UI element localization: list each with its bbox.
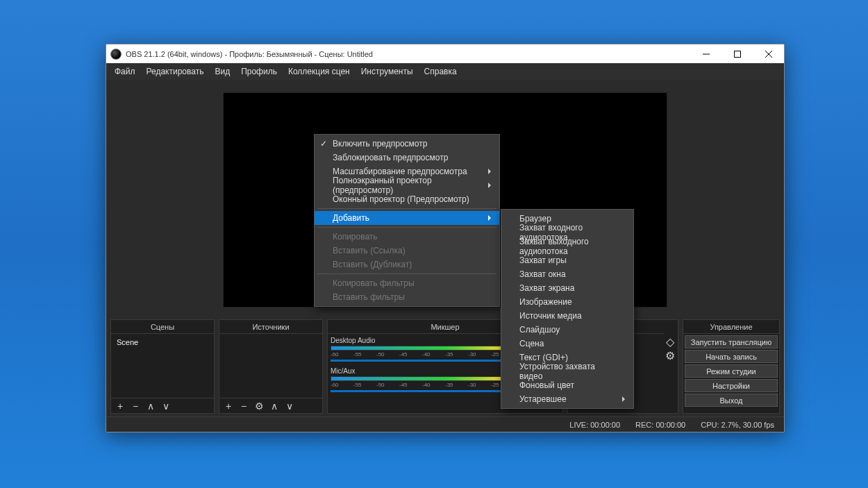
ctx-separator xyxy=(317,274,496,274)
sub-scene[interactable]: Сцена xyxy=(501,337,633,351)
menu-edit[interactable]: Редактировать xyxy=(141,63,210,80)
menu-profile[interactable]: Профиль xyxy=(235,63,283,80)
sub-media-source[interactable]: Источник медиа xyxy=(501,309,633,323)
scene-item[interactable]: Scene xyxy=(114,337,211,348)
minimize-button[interactable] xyxy=(690,44,721,63)
start-recording-button[interactable]: Начать запись xyxy=(685,350,778,363)
move-down-icon[interactable]: ∨ xyxy=(161,401,171,412)
ctx-windowed-projector[interactable]: Оконный проектор (Предпросмотр) xyxy=(315,192,499,206)
scenes-list[interactable]: Scene xyxy=(111,334,214,398)
add-source-submenu: Браузер Захват входного аудиопотока Захв… xyxy=(501,209,634,409)
scenes-header: Сцены xyxy=(111,320,214,334)
exit-button[interactable]: Выход xyxy=(685,394,778,407)
scenes-toolbar: + − ∧ ∨ xyxy=(111,398,214,413)
ctx-paste-filters[interactable]: Вставить фильтры xyxy=(315,290,499,304)
ctx-copy[interactable]: Копировать xyxy=(315,230,499,244)
statusbar: LIVE: 00:00:00 REC: 00:00:00 CPU: 2.7%, … xyxy=(106,417,784,432)
source-down-icon[interactable]: ∨ xyxy=(285,401,294,412)
move-up-icon[interactable]: ∧ xyxy=(146,401,156,412)
controls-header: Управление xyxy=(683,320,779,334)
transition-dropdown-icon[interactable]: ◇ xyxy=(664,335,676,348)
menu-scene-collection[interactable]: Коллекция сцен xyxy=(283,63,356,80)
ctx-separator xyxy=(317,227,496,228)
ctx-paste-dup[interactable]: Вставить (Дубликат) xyxy=(315,258,499,271)
sources-list[interactable] xyxy=(219,334,322,398)
menu-help[interactable]: Справка xyxy=(419,63,462,80)
settings-button[interactable]: Настройки xyxy=(685,379,778,392)
close-button[interactable] xyxy=(753,44,784,63)
sources-toolbar: + − ⚙ ∧ ∨ xyxy=(219,398,322,413)
ctx-paste-ref[interactable]: Вставить (Ссылка) xyxy=(315,244,499,258)
sources-header: Источники xyxy=(219,320,322,334)
remove-scene-icon[interactable]: − xyxy=(131,401,140,412)
window-title: OBS 21.1.2 (64bit, windows) - Профиль: Б… xyxy=(126,50,690,58)
sub-slideshow[interactable]: Слайдшоу xyxy=(501,323,633,337)
maximize-button[interactable] xyxy=(721,44,753,63)
sub-video-device[interactable]: Устройство захвата видео xyxy=(501,364,633,378)
sub-deprecated[interactable]: Устаревшее xyxy=(501,392,633,406)
add-scene-icon[interactable]: + xyxy=(115,401,125,412)
sub-output-audio[interactable]: Захват выходного аудиопотока xyxy=(501,239,633,253)
ctx-separator xyxy=(317,208,496,209)
svg-rect-1 xyxy=(734,51,740,57)
panel-controls: Управление Запустить трансляцию Начать з… xyxy=(683,319,780,414)
panel-scenes: Сцены Scene + − ∧ ∨ xyxy=(110,319,215,414)
source-settings-icon[interactable]: ⚙ xyxy=(254,401,264,412)
menu-file[interactable]: Файл xyxy=(109,63,141,80)
app-icon xyxy=(110,49,122,60)
controls-body: Запустить трансляцию Начать запись Режим… xyxy=(683,334,779,413)
transitions-side-controls: ◇ ⚙ xyxy=(664,320,678,413)
preview-context-menu: Включить предпросмотр Заблокировать пред… xyxy=(314,134,500,307)
sub-game-capture[interactable]: Захват игры xyxy=(501,253,633,267)
remove-source-icon[interactable]: − xyxy=(239,401,249,412)
ctx-lock-preview[interactable]: Заблокировать предпросмотр xyxy=(315,151,499,165)
ctx-enable-preview[interactable]: Включить предпросмотр xyxy=(315,137,499,151)
dock-panels: Сцены Scene + − ∧ ∨ Источники + − ⚙ ∧ ∨ xyxy=(106,319,784,417)
menubar: Файл Редактировать Вид Профиль Коллекция… xyxy=(106,63,784,80)
sub-color-source[interactable]: Фоновый цвет xyxy=(501,378,633,392)
titlebar: OBS 21.1.2 (64bit, windows) - Профиль: Б… xyxy=(106,44,784,63)
panel-sources: Источники + − ⚙ ∧ ∨ xyxy=(219,319,323,414)
window-controls xyxy=(690,44,784,63)
source-up-icon[interactable]: ∧ xyxy=(269,401,279,412)
sub-image[interactable]: Изображение xyxy=(501,295,633,309)
status-cpu: CPU: 2.7%, 30.00 fps xyxy=(701,421,774,429)
sub-display-capture[interactable]: Захват экрана xyxy=(501,281,633,295)
ctx-add[interactable]: Добавить xyxy=(315,211,499,225)
add-source-icon[interactable]: + xyxy=(224,401,233,412)
status-live: LIVE: 00:00:00 xyxy=(569,421,620,429)
start-streaming-button[interactable]: Запустить трансляцию xyxy=(685,335,778,348)
transition-settings-icon[interactable]: ⚙ xyxy=(664,349,676,362)
ctx-fullscreen-projector[interactable]: Полноэкранный проектор (предпросмотр) xyxy=(315,178,499,192)
menu-tools[interactable]: Инструменты xyxy=(356,63,419,80)
ctx-copy-filters[interactable]: Копировать фильтры xyxy=(315,276,499,290)
sub-window-capture[interactable]: Захват окна xyxy=(501,267,633,281)
studio-mode-button[interactable]: Режим студии xyxy=(685,364,778,378)
menu-view[interactable]: Вид xyxy=(209,63,235,80)
status-rec: REC: 00:00:00 xyxy=(635,421,685,429)
